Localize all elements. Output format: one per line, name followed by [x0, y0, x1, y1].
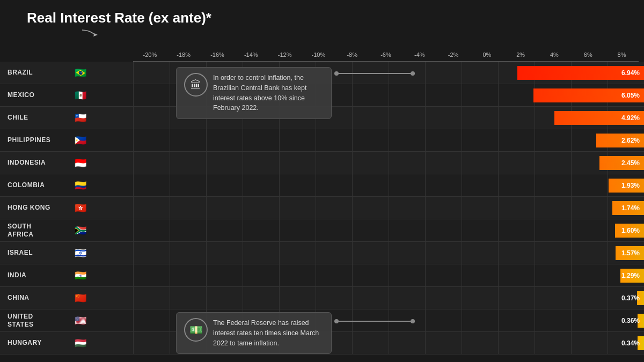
axis-label: -2% [436, 51, 470, 58]
chart-bar-area: 1.60% [133, 219, 644, 241]
chart-bar-area: 1.74% [133, 197, 644, 219]
country-row: COLOMBIA🇨🇴1.93% [0, 174, 644, 197]
grid-line [498, 84, 499, 106]
grid-line [571, 152, 572, 174]
bar-value-label: 1.74% [621, 204, 640, 212]
grid-line [352, 84, 353, 106]
annotation-brazil: 🏛 In order to control inflation, the Bra… [176, 67, 332, 119]
grid-line [571, 287, 572, 309]
grid-line [425, 219, 426, 241]
grid-line [243, 242, 243, 264]
grid-line [316, 152, 316, 174]
grid-line [498, 174, 499, 196]
grid-line [279, 264, 280, 286]
country-label-area: INDONESIA🇮🇩 [0, 154, 133, 172]
grid-line [425, 242, 426, 264]
grid-line [243, 174, 243, 196]
grid-line [170, 152, 170, 174]
grid-line [243, 287, 243, 309]
grid-line [498, 309, 499, 331]
grid-line [389, 107, 389, 129]
grid-line [279, 219, 280, 241]
grid-line [535, 264, 535, 286]
annotation-text: In order to control inflation, the Brazi… [213, 73, 324, 113]
country-name: INDIA [8, 271, 67, 279]
chart-bar-area: 1.93% [133, 174, 644, 196]
axis-label: 4% [538, 51, 572, 58]
grid-line [462, 129, 462, 151]
grid-line [352, 107, 353, 129]
country-row: SOUTHAFRICA🇿🇦1.60% [0, 219, 644, 242]
grid-line [133, 332, 134, 354]
chart-bar-area: 1.29% [133, 264, 644, 286]
axis-label: 0% [470, 51, 504, 58]
grid-line [462, 197, 462, 219]
axis-label: -8% [335, 51, 369, 58]
country-flag: 🇨🇳 [72, 290, 89, 307]
bar-value-label: 6.05% [621, 92, 640, 99]
grid-line [279, 174, 280, 196]
grid-line [316, 219, 316, 241]
country-flag: 🇭🇺 [72, 335, 89, 352]
country-flag: 🇮🇱 [72, 245, 89, 262]
grid-line [462, 242, 462, 264]
country-row: INDONESIA🇮🇩2.45% [0, 152, 644, 174]
grid-line [498, 242, 499, 264]
bar-value-label: 0.37% [621, 294, 640, 302]
grid-line [316, 242, 316, 264]
chart-bar-area: 2.62% [133, 129, 644, 151]
grid-line [535, 107, 535, 129]
grid-line [462, 219, 462, 241]
grid-line [133, 197, 134, 219]
grid-line [170, 197, 170, 219]
axis-label: -6% [369, 51, 403, 58]
grid-line [206, 219, 207, 241]
grid-line [498, 264, 499, 286]
grid-line [316, 197, 316, 219]
bar-value-label: 2.45% [621, 159, 640, 167]
grid-line [425, 62, 426, 84]
country-name: HUNGARY [8, 339, 67, 346]
bar-value-label: 6.94% [621, 69, 640, 77]
grid-line [316, 174, 316, 196]
bar-value-label: 1.29% [621, 272, 640, 279]
country-label-area: BRAZIL🇧🇷 [0, 64, 133, 82]
grid-line [389, 219, 389, 241]
chart-container: Real Interest Rate (ex ante)* Real Cost … [0, 0, 644, 362]
axis-label: 2% [504, 51, 538, 58]
grid-line [571, 264, 572, 286]
chart-bar-area: 2.45% [133, 152, 644, 174]
grid-line [462, 309, 462, 331]
country-label-area: HUNGARY🇭🇺 [0, 335, 133, 352]
grid-line [462, 174, 462, 196]
grid-line [425, 287, 426, 309]
grid-line [206, 242, 207, 264]
annotation-us: 💵 The Federal Reserve has raised interes… [176, 312, 332, 354]
connector-dot [334, 71, 339, 76]
country-flag: 🇧🇷 [72, 64, 89, 82]
grid-line [498, 197, 499, 219]
grid-line [206, 174, 207, 196]
grid-line [608, 219, 608, 241]
grid-line [352, 152, 353, 174]
grid-line [133, 219, 134, 241]
country-flag: 🇮🇳 [72, 267, 89, 284]
grid-line [389, 174, 389, 196]
connector-dot [334, 319, 339, 323]
grid-line [352, 129, 353, 151]
grid-line [608, 264, 608, 286]
axis-label: -10% [302, 51, 335, 58]
country-label-area: INDIA🇮🇳 [0, 267, 133, 284]
grid-line [389, 84, 389, 106]
grid-line [608, 309, 608, 331]
annotation-icon-bank: 🏛 [184, 73, 208, 97]
grid-line [571, 197, 572, 219]
grid-line [389, 129, 389, 151]
grid-line [133, 242, 134, 264]
grid-line [170, 309, 170, 331]
grid-line [498, 62, 499, 84]
grid-line [316, 287, 316, 309]
bar-value-label: 0.34% [621, 339, 640, 347]
grid-line [498, 152, 499, 174]
grid-line [170, 264, 170, 286]
